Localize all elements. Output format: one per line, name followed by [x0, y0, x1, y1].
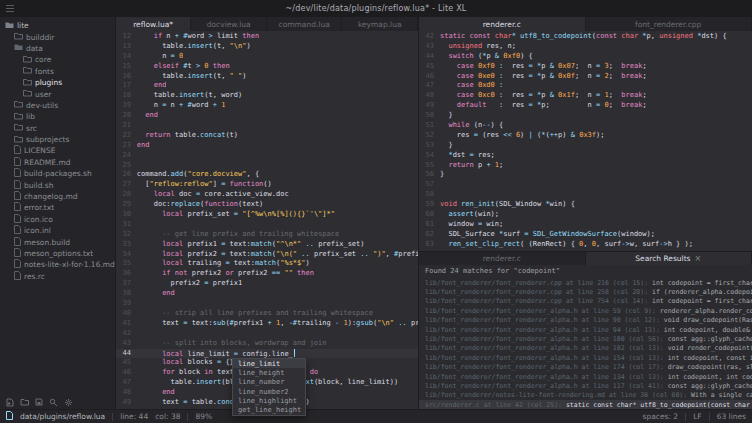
tree-item-builddir[interactable]: builddir — [0, 31, 115, 42]
search-result-row[interactable]: lib/font_renderer/font_renderer_alpha.h … — [419, 334, 752, 343]
code-line-52[interactable]: 52 res = (res << 6) | (*(++p) & 0x3f); — [419, 131, 752, 141]
status-eol-mode[interactable]: LF — [693, 412, 702, 421]
tree-item-build-packages-sh[interactable]: build-packages.sh — [0, 168, 115, 179]
tree-item-lite[interactable]: lite — [0, 20, 115, 31]
search-result-row[interactable]: lib/font_renderer/font_renderer_alpha.h … — [419, 316, 752, 325]
save-icon[interactable] — [35, 398, 43, 406]
code-line-44[interactable]: 44 switch (*p & 0xf0) { — [419, 52, 752, 62]
code-line-45[interactable]: 45 case 0xf0 : res = *p & 0x07; n = 3; b… — [419, 62, 752, 72]
search-result-row[interactable]: lib/font_renderer/font_renderer_alpha.h … — [419, 372, 752, 381]
autocomplete-item-line-number[interactable]: line_number — [233, 378, 305, 387]
code-line-13[interactable]: 13 table.insert(t, "\n") — [116, 42, 418, 52]
tab-renderer-c[interactable]: renderer.c — [419, 17, 586, 31]
code-line-54[interactable]: 54 *dst = res; — [419, 151, 752, 161]
code-line-62[interactable]: 62 SDL_Surface *surf = SDL_GetWindowSurf… — [419, 230, 752, 240]
tree-item-meson-options-txt[interactable]: meson_options.txt — [0, 248, 115, 259]
tab-docview-lua[interactable]: docview.lua — [191, 17, 267, 31]
status-filename[interactable]: data/plugins/reflow.lua — [20, 412, 105, 421]
code-line-21[interactable]: 21 — [116, 121, 418, 131]
search-result-row[interactable]: lib/font_renderer/notes-lite-font-render… — [419, 391, 752, 400]
code-line-37[interactable]: 37 prefix2 = prefix1 — [116, 279, 418, 289]
tree-item-icon-inl[interactable]: icon.inl — [0, 225, 115, 236]
search-result-row[interactable]: lib/font_renderer/font_renderer_alpha.h … — [419, 381, 752, 390]
autocomplete-item-line-number2[interactable]: line_number2 — [233, 387, 305, 396]
code-line-38[interactable]: 38 end — [116, 289, 418, 299]
code-line-55[interactable]: 55 return p + 1; — [419, 161, 752, 171]
search-result-row[interactable]: lib/font_renderer/font_renderer_alpha.h … — [419, 363, 752, 372]
code-line-42[interactable]: 42static const char* utf8_to_codepoint(c… — [419, 32, 752, 42]
tree-item-dev-utils[interactable]: dev-utils — [0, 100, 115, 111]
code-line-25[interactable]: 25 — [116, 161, 418, 171]
code-line-39[interactable]: 39 — [116, 299, 418, 309]
code-line-43[interactable]: 43 -- split into blocks, wordwrap and jo… — [116, 339, 418, 349]
code-line-20[interactable]: 20 end — [116, 111, 418, 121]
code-line-48[interactable]: 48 case 0xc0 : res = *p & 0x1f; n = 1; b… — [419, 91, 752, 101]
code-line-60[interactable]: 60 assert(win); — [419, 210, 752, 220]
tab-close-icon[interactable]: × — [695, 254, 702, 263]
code-line-36[interactable]: 36 if not prefix2 or prefix2 == "" then — [116, 269, 418, 279]
code-line-59[interactable]: 59void ren_init(SDL_Window *win) { — [419, 200, 752, 210]
code-line-57[interactable]: 57 — [419, 180, 752, 190]
code-line-26[interactable]: 26command.add("core.docview", { — [116, 170, 418, 180]
tab-renderer-c[interactable]: renderer.c — [419, 252, 586, 265]
code-line-42[interactable]: 42 — [116, 329, 418, 339]
tree-item-notes-lite-xl-for-1-16-md[interactable]: notes-lite-xl-for-1.16.md — [0, 259, 115, 270]
code-line-16[interactable]: 16 table.insert(t, " ") — [116, 72, 418, 82]
code-line-44[interactable]: 44 local line_limit = config.line_ — [116, 349, 418, 359]
tab-command-lua[interactable]: command.lua — [267, 17, 343, 31]
tree-item-user[interactable]: user — [0, 88, 115, 99]
search-result-row[interactable]: lib/font_renderer/font_renderer_alpha.h … — [419, 306, 752, 315]
code-line-31[interactable]: 31 — [116, 220, 418, 230]
search-result-row[interactable]: lib/font_renderer/font_renderer_alpha.h … — [419, 325, 752, 334]
tab-font-renderer-cpp[interactable]: font_renderer.cpp — [586, 17, 752, 31]
settings-icon[interactable] — [64, 398, 73, 407]
code-line-50[interactable]: 50 } — [419, 111, 752, 121]
search-result-row[interactable]: lib/font_renderer/font_renderer.cpp at l… — [419, 297, 752, 306]
code-line-14[interactable]: 14 n = 0 — [116, 52, 418, 62]
tab-search-results[interactable]: Search Results× — [586, 252, 752, 265]
tree-item-plugins[interactable]: plugins — [0, 77, 115, 88]
code-line-61[interactable]: 61 window = win; — [419, 220, 752, 230]
code-line-34[interactable]: 34 local prefix2 = text:match("\n(" .. p… — [116, 250, 418, 260]
code-line-43[interactable]: 43 unsigned res, n; — [419, 42, 752, 52]
code-line-58[interactable]: 58 — [419, 190, 752, 200]
code-line-17[interactable]: 17 end — [116, 81, 418, 91]
autocomplete-item-get-line-height[interactable]: get_line_height — [233, 405, 305, 414]
code-line-24[interactable]: 24 — [116, 151, 418, 161]
tree-item-license[interactable]: LICENSE — [0, 145, 115, 156]
status-indent-mode[interactable]: spaces: 2 — [643, 412, 679, 421]
left-code-view[interactable]: 12 if n + #word > limit then13 table.ins… — [116, 31, 418, 409]
code-line-47[interactable]: 47 case 0xd0 : — [419, 81, 752, 91]
tab-reflow-lua[interactable]: reflow.lua* — [116, 17, 192, 31]
tree-item-core[interactable]: core — [0, 54, 115, 65]
code-line-27[interactable]: 27 ["reflow:reflow"] = function() — [116, 180, 418, 190]
code-line-15[interactable]: 15 elseif #t > 0 then — [116, 62, 418, 72]
code-line-30[interactable]: 30 local prefix_set = "[^%w\n%[%](){}`'\… — [116, 210, 418, 220]
code-line-29[interactable]: 29 doc:replace(function(text) — [116, 200, 418, 210]
search-result-row[interactable]: lib/font_renderer/font_renderer_alpha.h … — [419, 344, 752, 353]
new-file-icon[interactable] — [6, 398, 14, 407]
code-line-63[interactable]: 63 ren_set_clip_rect( (RenRect) { 0, 0, … — [419, 240, 752, 250]
tree-item-res-rc[interactable]: res.rc — [0, 271, 115, 282]
tab-keymap-lua[interactable]: keymap.lua — [342, 17, 418, 31]
tree-item-fonts[interactable]: fonts — [0, 66, 115, 77]
search-result-row[interactable]: lib/font_renderer/font_renderer_alpha.h … — [419, 353, 752, 362]
code-line-19[interactable]: 19 n = n + #word + 1 — [116, 101, 418, 111]
code-line-49[interactable]: 49 default : res = *p; n = 0; break; — [419, 101, 752, 111]
autocomplete-item-line-height[interactable]: line_height — [233, 368, 305, 377]
code-line-23[interactable]: 23end — [116, 141, 418, 151]
open-folder-icon[interactable] — [20, 398, 29, 406]
search-icon[interactable] — [49, 398, 58, 407]
code-line-46[interactable]: 46 case 0xe0 : res = *p & 0x0f; n = 2; b… — [419, 72, 752, 82]
tree-item-lib[interactable]: lib — [0, 111, 115, 122]
code-line-28[interactable]: 28 local doc = core.active_view.doc — [116, 190, 418, 200]
tree-item-subprojects[interactable]: subprojects — [0, 134, 115, 145]
autocomplete-item-line-highlight[interactable]: line_highlight — [233, 396, 305, 405]
code-line-12[interactable]: 12 if n + #word > limit then — [116, 32, 418, 42]
code-line-22[interactable]: 22 return table.concat(t) — [116, 131, 418, 141]
right-code-view[interactable]: 42static const char* utf8_to_codepoint(c… — [419, 31, 752, 251]
tree-item-data[interactable]: data — [0, 43, 115, 54]
tree-item-error-txt[interactable]: error.txt — [0, 202, 115, 213]
code-line-41[interactable]: 41 text = text:sub(#prefix1 + 1, -#trail… — [116, 319, 418, 329]
search-result-row[interactable]: lib/font_renderer/font_renderer.cpp at l… — [419, 278, 752, 287]
